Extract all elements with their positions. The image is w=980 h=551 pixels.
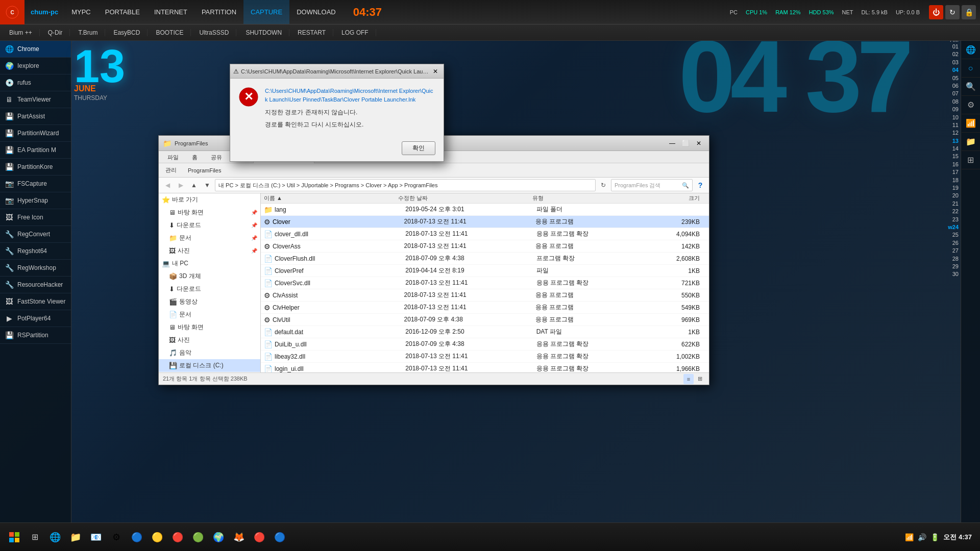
fe-view-details[interactable]: ≡ (683, 374, 694, 384)
sidebar-item-rufus[interactable]: 💿 rufus (0, 74, 71, 91)
task-view-button[interactable]: ⊞ (24, 527, 45, 547)
taskbar-app6[interactable]: 🦊 (229, 527, 249, 547)
fe-minimize-button[interactable]: — (666, 138, 678, 148)
fe-row-defaultdat[interactable]: 📄 default.dat 2016-12-09 오후 2:50 DAT 파일 … (261, 326, 709, 338)
fe-tree-desktop[interactable]: 🖥 바탕 화면 📌 (159, 206, 260, 219)
taskbar-app4[interactable]: 🟢 (188, 527, 208, 547)
sub-restart[interactable]: RESTART (290, 29, 333, 36)
sub-logoff[interactable]: LOG OFF (334, 29, 376, 36)
fe-row-cloverpref[interactable]: 📄 CloverPref 2019-04-14 오전 8:19 파일 1KB (261, 265, 709, 277)
fe-help-button[interactable]: ? (695, 180, 706, 191)
right-panel-apps[interactable]: ⊞ (962, 151, 980, 169)
fe-tree-dl2[interactable]: ⬇ 다운로드 (159, 283, 260, 295)
lock-button[interactable]: 🔒 (962, 5, 976, 19)
fe-breadcrumb[interactable]: 내 PC > 로컬 디스크 (C:) > Util > JUportable >… (215, 179, 596, 191)
taskbar-app7[interactable]: 🔴 (249, 527, 270, 547)
sidebar-item-ea-partition[interactable]: 💾 EA Partition M (0, 142, 71, 159)
fe-row-lang[interactable]: 📁 lang 2019-05-24 오후 3:01 파일 폴더 (261, 204, 709, 216)
fe-row-cloversvc[interactable]: 📄 CloverSvc.dll 2018-07-13 오전 11:41 응용 프… (261, 277, 709, 289)
sidebar-item-partassist[interactable]: 💾 PartAssist (0, 108, 71, 125)
taskbar-app8[interactable]: 🔵 (270, 527, 290, 547)
taskbar-app2[interactable]: 🟡 (147, 527, 167, 547)
power-button[interactable]: ⏻ (929, 5, 943, 19)
fe-tree-downloads[interactable]: ⬇ 다운로드 📌 (159, 219, 260, 232)
sidebar-item-potplayer[interactable]: ▶ PotPlayer64 (0, 310, 71, 327)
fe-tree-3d[interactable]: 📦 3D 개체 (159, 270, 260, 283)
fe-tree-documents[interactable]: 📁 문서 📌 (159, 232, 260, 244)
fe-row-duilib[interactable]: 📄 DuiLib_u.dll 2018-07-09 오후 4:38 응용 프로그… (261, 338, 709, 350)
fe-row-clover[interactable]: ⚙ Clover 2018-07-13 오전 11:41 응용 프로그램 239… (261, 216, 709, 228)
taskbar-app3[interactable]: 🔴 (167, 527, 188, 547)
taskbar-mail[interactable]: 📧 (86, 527, 106, 547)
fe-tree-quick-access[interactable]: ⭐ 바로 가기 (159, 193, 260, 206)
menu-capture[interactable]: CAPTURE (243, 0, 289, 24)
taskbar-app1[interactable]: 🔵 (127, 527, 147, 547)
sidebar-item-partitionwizard[interactable]: 💾 PartitionWizard (0, 125, 71, 142)
right-panel-settings[interactable]: ⚙ (962, 96, 980, 114)
fe-manage-btn[interactable]: 관리 (161, 165, 181, 176)
fe-programfiles-btn[interactable]: ProgramFiles (183, 166, 226, 175)
sidebar-item-regconvert[interactable]: 🔧 RegConvert (0, 226, 71, 243)
sidebar-item-hypersnap[interactable]: 📷 HyperSnap (0, 192, 71, 209)
sidebar-item-iexplore[interactable]: 🌍 Iexplore (0, 58, 71, 74)
right-panel-search[interactable]: 🔍 (962, 78, 980, 96)
fe-tree-pictures[interactable]: 🖼 사진 📌 (159, 244, 260, 257)
fe-tab-file[interactable]: 파일 (161, 151, 185, 163)
col-size-header[interactable]: 크기 (633, 194, 706, 202)
sidebar-item-chrome[interactable]: 🌐 Chrome (0, 41, 71, 58)
sidebar-item-partitionkore[interactable]: 💾 PartitionKore (0, 159, 71, 176)
sub-shutdown[interactable]: SHUTDOWN (238, 29, 289, 36)
fe-tab-share[interactable]: 공유 (204, 151, 229, 163)
fe-tree-c-drive[interactable]: 💾 로컬 디스크 (C:) (159, 359, 260, 372)
right-panel-folder[interactable]: 📁 (962, 133, 980, 151)
fe-tree-mypc[interactable]: 💻 내 PC (159, 257, 260, 270)
start-button[interactable] (4, 527, 24, 547)
right-panel-browser[interactable]: 🌐 (962, 41, 980, 59)
fe-tree-desk2[interactable]: 🖥 바탕 화면 (159, 321, 260, 334)
sub-easybcd[interactable]: EasyBCD (106, 29, 148, 36)
fe-search-field[interactable]: ProgramFiles 검색 🔍 (611, 179, 693, 191)
sub-ultrassd[interactable]: UltraSSSD (192, 29, 236, 36)
refresh-button[interactable]: ↻ (945, 5, 960, 19)
taskbar-files[interactable]: 📁 (65, 527, 86, 547)
sidebar-item-rspartition[interactable]: 💾 RSPartition (0, 327, 71, 344)
fe-back-button[interactable]: ◀ (162, 180, 173, 191)
col-name-header[interactable]: 이름 ▲ (264, 194, 398, 202)
fe-row-clvassist[interactable]: ⚙ ClvAssist 2018-07-13 오전 11:41 응용 프로그램 … (261, 289, 709, 302)
menu-download[interactable]: DOWNLOAD (289, 0, 343, 24)
err-ok-button[interactable]: 확인 (402, 141, 435, 155)
fe-forward-button[interactable]: ▶ (175, 180, 186, 191)
taskbar-settings[interactable]: ⚙ (106, 527, 127, 547)
fe-view-tiles[interactable]: ⊞ (695, 374, 705, 384)
sidebar-item-fscapture[interactable]: 📷 FSCapture (0, 176, 71, 192)
fe-tree-pic2[interactable]: 🖼 사진 (159, 334, 260, 346)
taskbar-logo[interactable]: C (0, 0, 24, 24)
right-panel-chrome[interactable]: ○ (962, 59, 980, 78)
sidebar-item-resourcehacker[interactable]: 🔧 ResourceHacker (0, 277, 71, 293)
sidebar-item-teamviewer[interactable]: 🖥 TeamViewer (0, 91, 71, 108)
sub-tbrum[interactable]: T.Brum (71, 29, 105, 36)
fe-row-cloverflush[interactable]: 📄 CloverFlush.dll 2018-07-09 오후 4:38 프로그… (261, 253, 709, 265)
fe-row-cloverdll[interactable]: 📄 clover_dll.dll 2018-07-13 오전 11:41 응용 … (261, 228, 709, 240)
sub-qdir[interactable]: Q-Dir (41, 29, 70, 36)
fe-tree-doc2[interactable]: 📄 문서 (159, 308, 260, 321)
fe-row-clvhelper[interactable]: ⚙ ClvHelper 2018-07-13 오전 11:41 응용 프로그램 … (261, 302, 709, 314)
col-type-header[interactable]: 유형 (532, 194, 633, 202)
fe-row-loginui[interactable]: 📄 login_ui.dll 2018-07-13 오전 11:41 응용 프로… (261, 363, 709, 372)
right-panel-network[interactable]: 📶 (962, 114, 980, 133)
col-date-header[interactable]: 수정한 날짜 (398, 194, 532, 202)
sub-bium[interactable]: Bium ++ (2, 29, 40, 36)
fe-maximize-button[interactable]: ⬜ (679, 138, 692, 148)
taskbar-ie[interactable]: 🌐 (45, 527, 65, 547)
menu-partition[interactable]: PARTITION (194, 0, 243, 24)
fe-tree-video[interactable]: 🎬 동영상 (159, 295, 260, 308)
menu-mypc[interactable]: MYPC (64, 0, 98, 24)
sidebar-item-faststone[interactable]: 🖼 FastStone Viewer (0, 293, 71, 310)
taskbar-app5[interactable]: 🌍 (208, 527, 229, 547)
fe-tab-home[interactable]: 홈 (185, 151, 204, 163)
menu-portable[interactable]: PORTABLE (98, 0, 147, 24)
fe-up-button[interactable]: ▲ (188, 180, 200, 191)
fe-recent-button[interactable]: ▼ (202, 180, 213, 191)
sidebar-item-free-icon[interactable]: 🖼 Free Icon (0, 209, 71, 226)
fe-close-button[interactable]: ✕ (693, 138, 705, 148)
